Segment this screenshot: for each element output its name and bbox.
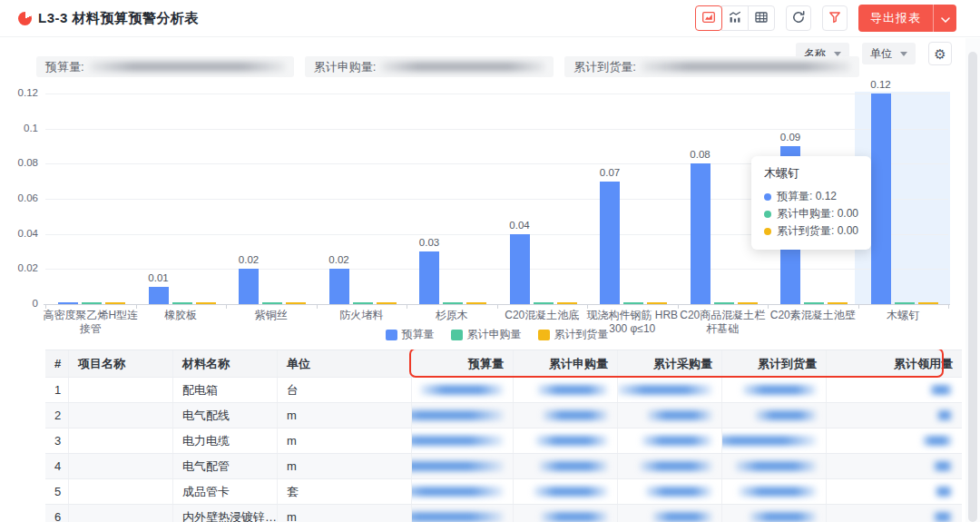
filter-button[interactable] [822, 5, 848, 31]
cell-unit: m [277, 428, 411, 453]
legend-item-累计申购量[interactable]: 累计申购量 [451, 327, 522, 342]
x-axis-category-label: 防火堵料 [314, 309, 410, 322]
bar-value-label: 0.07 [583, 167, 637, 178]
column-header-项目名称[interactable]: 项目名称 [68, 350, 172, 377]
redacted-value [640, 461, 712, 471]
chevron-down-icon [941, 12, 950, 25]
chart-legend: 预算量累计申购量累计到货量 [45, 327, 948, 342]
cell-material-name: 电气配管 [172, 454, 277, 478]
table-row[interactable]: 5成品管卡套 [45, 478, 962, 504]
top-bar: L3-3 材料预算预警分析表 [0, 0, 980, 37]
bar-value-label: 0.02 [221, 254, 276, 265]
redacted-value [742, 385, 817, 395]
legend-item-预算量[interactable]: 预算量 [386, 327, 435, 342]
redacted-value [935, 487, 953, 497]
legend-item-累计到货量[interactable]: 累计到货量 [538, 327, 609, 342]
y-axis-tick-label: 0.06 [0, 192, 38, 203]
bar-预算量[interactable] [329, 269, 349, 304]
chart-tooltip: 木螺钉预算量: 0.12累计申购量: 0.00累计到货量: 0.00 [751, 156, 871, 250]
cell-redacted-value [617, 428, 721, 453]
x-axis-tick [858, 305, 859, 309]
bar-预算量[interactable] [239, 269, 259, 304]
series-dot [764, 193, 771, 201]
table-row[interactable]: 2电气配线m [45, 402, 962, 428]
redacted-value [411, 512, 504, 522]
cell-material-name: 内外壁热浸镀锌… [172, 505, 277, 522]
x-axis-category-label: 紫铜丝 [223, 309, 319, 322]
bar-预算量[interactable] [691, 163, 710, 304]
cell-redacted-value [617, 454, 721, 478]
table-row[interactable]: 3电力电缆m [45, 428, 962, 453]
summary-pill: 累计到货量: [564, 56, 859, 77]
column-header-#[interactable]: # [45, 350, 68, 377]
cell-redacted-value [513, 454, 617, 478]
bar-预算量[interactable] [600, 182, 620, 304]
cell-redacted-value [826, 378, 962, 402]
cell-redacted-value [617, 505, 721, 522]
cell-unit: m [277, 505, 411, 522]
table-header-row: #项目名称材料名称单位预算量累计申购量累计采购量累计到货量累计领用量 [45, 350, 962, 377]
bar-chart-view-button[interactable] [721, 5, 749, 31]
table-row[interactable]: 1配电箱台 [45, 377, 962, 402]
table-row[interactable]: 4电气配管m [45, 453, 962, 478]
title-group: L3-3 材料预算预警分析表 [18, 10, 199, 27]
column-header-累计申购量[interactable]: 累计申购量 [513, 350, 617, 377]
vertical-scrollbar-track[interactable] [965, 38, 980, 522]
bar-预算量[interactable] [149, 287, 169, 304]
redacted-value [933, 512, 953, 522]
unit-select-value: 单位 [870, 46, 892, 62]
x-axis-category-label: 木螺钉 [856, 309, 952, 322]
cell-redacted-value [617, 403, 721, 428]
bar-value-label: 0.08 [673, 149, 728, 160]
redacted-value [411, 436, 504, 446]
pie-chart-icon [18, 12, 32, 25]
column-header-累计到货量[interactable]: 累计到货量 [721, 350, 826, 377]
export-dropdown-caret[interactable] [933, 5, 956, 32]
cell-redacted-value [826, 403, 962, 428]
bar-预算量[interactable] [510, 234, 530, 304]
cell-redacted-value [411, 378, 513, 402]
column-header-累计领用量[interactable]: 累计领用量 [826, 350, 962, 377]
bar-value-label: 0.02 [312, 254, 367, 265]
redacted-value [652, 512, 712, 522]
bar-预算量[interactable] [871, 94, 891, 304]
tooltip-text: 累计申购量: 0.00 [777, 205, 858, 222]
refresh-button[interactable] [786, 5, 811, 31]
y-axis-tick-label: 0.08 [0, 157, 38, 168]
column-header-累计采购量[interactable]: 累计采购量 [617, 350, 721, 377]
export-report-label: 导出报表 [858, 5, 933, 32]
area-chart-view-button[interactable] [695, 5, 722, 31]
cell-project-name [68, 454, 172, 478]
cell-redacted-value [826, 479, 962, 504]
cell-index: 5 [45, 479, 68, 504]
cell-material-name: 配电箱 [172, 378, 277, 402]
tooltip-row: 预算量: 0.12 [764, 188, 858, 205]
bar-预算量[interactable] [419, 251, 439, 304]
filter-icon [828, 10, 842, 27]
gear-icon: ⚙ [934, 47, 946, 61]
column-header-单位[interactable]: 单位 [277, 350, 411, 377]
vertical-scrollbar-thumb[interactable] [968, 52, 977, 522]
column-header-材料名称[interactable]: 材料名称 [172, 350, 277, 377]
table-view-button[interactable] [748, 5, 775, 31]
cell-redacted-value [411, 454, 513, 478]
cell-redacted-value [411, 479, 513, 504]
x-axis-tick [768, 305, 769, 309]
redacted-value [755, 410, 817, 420]
column-header-预算量[interactable]: 预算量 [411, 350, 513, 377]
x-axis-category-label: C20混凝土池底 [495, 309, 591, 322]
x-axis-tick [497, 305, 498, 309]
settings-button[interactable]: ⚙ [928, 42, 952, 65]
cell-unit: m [277, 403, 411, 428]
unit-select[interactable]: 单位 [862, 43, 916, 64]
cell-redacted-value [513, 378, 617, 402]
cell-material-name: 成品管卡 [172, 479, 277, 504]
x-axis-tick [136, 305, 137, 309]
redacted-value [922, 436, 953, 446]
export-report-button[interactable]: 导出报表 [858, 5, 956, 32]
cell-redacted-value [826, 454, 962, 478]
y-axis-tick-label: 0.02 [0, 262, 38, 273]
cell-index: 6 [45, 505, 68, 522]
table-row[interactable]: 6内外壁热浸镀锌…m [45, 504, 962, 522]
bar-chart-icon [728, 10, 742, 27]
